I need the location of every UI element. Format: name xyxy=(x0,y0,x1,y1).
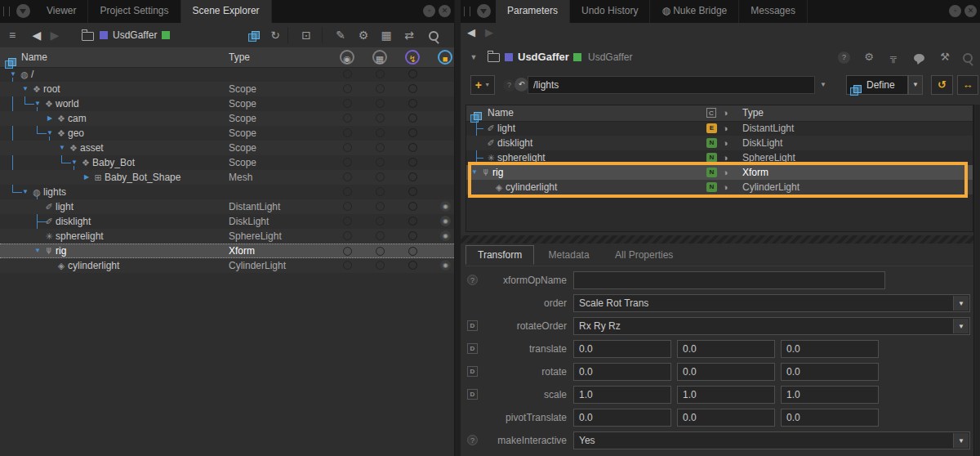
live-toggle[interactable] xyxy=(408,143,417,152)
tab-viewer[interactable]: Viewer xyxy=(35,0,88,23)
live-toggle[interactable] xyxy=(408,187,417,196)
wrench-icon[interactable]: ⚒ xyxy=(937,50,953,65)
help-icon[interactable]: ? xyxy=(467,435,478,445)
tree-row[interactable]: ▼❖Baby_Bot Scope xyxy=(0,155,454,170)
tab-metadata[interactable]: Metadata xyxy=(537,246,601,264)
visibility-icon[interactable]: ◑ xyxy=(723,165,728,180)
translate-x-input[interactable] xyxy=(573,340,671,358)
tab-messages[interactable]: Messages xyxy=(739,0,808,23)
visibility-eye-icon[interactable]: ◉ xyxy=(340,50,354,65)
visibility-icon[interactable]: ◑ xyxy=(723,180,728,194)
visibility-toggle[interactable] xyxy=(343,158,352,167)
export-box-icon[interactable]: ■ xyxy=(438,50,452,65)
visibility-toggle[interactable] xyxy=(343,187,352,196)
visibility-toggle[interactable] xyxy=(343,99,352,108)
visibility-toggle[interactable] xyxy=(343,231,352,240)
tree-row[interactable]: ▼❖asset Scope xyxy=(0,141,454,155)
revert-icon[interactable]: ↶ xyxy=(514,78,528,92)
pane-drag-handle[interactable] xyxy=(464,7,470,16)
scale-z-input[interactable] xyxy=(781,386,879,404)
default-indicator-icon[interactable]: D xyxy=(467,320,478,331)
tab-parameters[interactable]: Parameters xyxy=(496,0,570,23)
live-toggle[interactable] xyxy=(408,128,417,137)
expander-open-icon[interactable]: ▼ xyxy=(470,165,479,180)
tab-nuke-bridge[interactable]: ◍ Nuke Bridge xyxy=(650,0,739,23)
light-indicator-icon[interactable]: ◉ xyxy=(440,260,451,270)
live-toggle[interactable] xyxy=(408,261,417,270)
reload-cycle-icon[interactable]: ⇄ xyxy=(400,26,418,44)
scale-y-input[interactable] xyxy=(677,386,775,404)
search-icon[interactable] xyxy=(960,50,976,65)
render-toggle[interactable] xyxy=(376,187,385,196)
tab-undo-history[interactable]: Undo History xyxy=(570,0,650,23)
history-forward-icon[interactable]: ▶ xyxy=(46,26,64,44)
light-indicator-icon[interactable]: ◉ xyxy=(440,201,451,212)
tree-row[interactable]: ▶⊞Baby_Bot_Shape Mesh xyxy=(0,170,454,185)
help-icon[interactable]: ? xyxy=(467,275,478,285)
close-pane-icon[interactable]: ✕ xyxy=(439,5,451,17)
tab-scene-explorer[interactable]: Scene Explorer xyxy=(181,0,272,23)
expander-open-icon[interactable]: ▼ xyxy=(69,155,79,170)
render-toggle[interactable] xyxy=(376,99,385,108)
scenegraph-layers-icon[interactable] xyxy=(245,26,263,44)
add-prim-button[interactable]: + ▼ xyxy=(470,75,495,95)
default-indicator-icon[interactable]: D xyxy=(467,389,478,400)
render-toggle[interactable] xyxy=(376,143,385,152)
tree-row[interactable]: ▶❖cam Scope xyxy=(0,111,454,126)
visibility-toggle[interactable] xyxy=(343,217,352,226)
render-toggle[interactable] xyxy=(376,69,385,78)
expander-open-icon[interactable]: ▼ xyxy=(20,185,30,199)
center-selected-button[interactable]: ↺ xyxy=(931,75,953,95)
dropdown-arrow-icon[interactable]: ▼ xyxy=(953,433,969,448)
expander-open-icon[interactable]: ▼ xyxy=(33,96,42,111)
collapse-triangle-icon[interactable]: ▼ xyxy=(466,50,482,65)
light-indicator-icon[interactable]: ◉ xyxy=(440,216,451,226)
settings-gear-icon[interactable]: ⚙ xyxy=(861,50,877,65)
search-icon[interactable] xyxy=(425,26,443,44)
live-toggle[interactable] xyxy=(408,114,417,123)
render-clapper-icon[interactable]: ▦ xyxy=(372,50,387,65)
refresh-swirl-icon[interactable]: ↻ xyxy=(266,26,284,44)
scale-x-input[interactable] xyxy=(573,386,671,404)
help-icon[interactable]: ? xyxy=(503,79,515,92)
history-back-icon[interactable]: ◀ xyxy=(28,26,46,44)
pane-menu-button[interactable] xyxy=(16,4,30,18)
rotate-y-input[interactable] xyxy=(677,363,775,381)
tab-transform[interactable]: Transform xyxy=(466,245,534,265)
type-column-header[interactable]: Type xyxy=(742,105,764,121)
visibility-icon[interactable]: ◑ xyxy=(723,136,728,150)
horizontal-splitter[interactable] xyxy=(461,235,980,244)
visibility-toggle[interactable] xyxy=(343,247,352,256)
prim-path-input[interactable] xyxy=(528,76,815,94)
render-toggle[interactable] xyxy=(376,114,385,123)
expand-horizontal-button[interactable]: ↔ xyxy=(957,75,978,95)
tree-row[interactable]: ✐disklight DiskLight ◉ xyxy=(0,214,454,229)
prim-row[interactable]: ✐light E ◑ DistantLight xyxy=(466,121,973,136)
name-column-header[interactable]: Name xyxy=(21,47,47,67)
tree-row[interactable]: ▼◍lights xyxy=(0,185,454,199)
close-pane-icon[interactable]: ✕ xyxy=(964,5,977,17)
prim-row-selected[interactable]: ▼⋔rig N ◑ Xform xyxy=(466,165,973,180)
mode-dropdown-arrow[interactable]: ▼ xyxy=(908,75,923,95)
render-toggle[interactable] xyxy=(376,231,385,240)
visibility-toggle[interactable] xyxy=(343,202,352,211)
prim-row[interactable]: ✐disklight N ◑ DiskLight xyxy=(466,136,973,150)
nav-back-icon[interactable]: ◀ xyxy=(467,26,475,38)
prim-row[interactable]: ◈cylinderlight N ◑ CylinderLight xyxy=(466,180,973,194)
name-column-header[interactable]: Name xyxy=(488,105,514,121)
visibility-toggle[interactable] xyxy=(343,261,352,270)
render-toggle[interactable] xyxy=(376,84,385,93)
mode-dropdown[interactable]: Define xyxy=(846,75,908,95)
live-toggle[interactable] xyxy=(408,247,417,256)
render-toggle[interactable] xyxy=(376,158,385,167)
float-pane-icon[interactable]: ▫ xyxy=(949,5,961,17)
tree-row-selected[interactable]: ▼⋔rig Xform xyxy=(0,244,454,258)
package-icon[interactable]: ⊡ xyxy=(297,26,315,44)
visibility-column-icon[interactable]: ◑ xyxy=(723,105,728,121)
dropdown-arrow-icon[interactable]: ▼ xyxy=(953,296,969,311)
live-toggle[interactable] xyxy=(408,217,417,226)
node-graph-icon[interactable]: ╦ xyxy=(885,50,902,65)
help-icon[interactable]: ? xyxy=(838,51,850,64)
render-toggle[interactable] xyxy=(376,128,385,137)
light-indicator-icon[interactable]: ◉ xyxy=(440,230,451,241)
